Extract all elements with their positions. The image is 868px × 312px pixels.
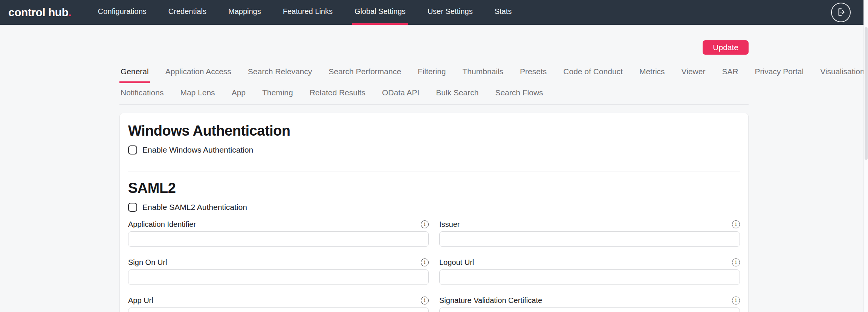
tab-bulk-search[interactable]: Bulk Search xyxy=(435,83,480,104)
issuer-input[interactable] xyxy=(439,231,740,247)
info-icon[interactable]: i xyxy=(732,220,740,228)
application-identifier-input[interactable] xyxy=(128,231,429,247)
windows-auth-checkbox[interactable] xyxy=(128,145,137,154)
application-identifier-field: Application Identifier i xyxy=(128,220,429,247)
tab-map-lens[interactable]: Map Lens xyxy=(179,83,216,104)
tab-related-results[interactable]: Related Results xyxy=(309,83,367,104)
info-icon[interactable]: i xyxy=(421,220,429,228)
issuer-label: Issuer xyxy=(439,220,460,229)
authentication-settings-card: Windows Authentication Enable Windows Au… xyxy=(119,113,749,312)
saml2-checkbox-row: Enable SAML2 Authentication xyxy=(128,203,740,212)
main-nav: Configurations Credentials Mappings Feat… xyxy=(96,0,514,25)
saml2-checkbox-label: Enable SAML2 Authentication xyxy=(142,203,247,212)
tab-viewer[interactable]: Viewer xyxy=(680,62,707,83)
signature-validation-certificate-label: Signature Validation Certificate xyxy=(439,296,542,305)
issuer-field: Issuer i xyxy=(439,220,740,247)
tab-sar[interactable]: SAR xyxy=(721,62,739,83)
info-icon[interactable]: i xyxy=(421,258,429,266)
logout-icon xyxy=(836,7,846,18)
windows-auth-title: Windows Authentication xyxy=(128,123,740,139)
nav-item-credentials[interactable]: Credentials xyxy=(166,0,209,25)
tab-general[interactable]: General xyxy=(119,62,150,83)
nav-item-configurations[interactable]: Configurations xyxy=(96,0,149,25)
info-icon[interactable]: i xyxy=(732,297,740,304)
top-navbar: control hub. Configurations Credentials … xyxy=(0,0,868,25)
tab-filtering[interactable]: Filtering xyxy=(417,62,447,83)
windows-auth-checkbox-row: Enable Windows Authentication xyxy=(128,145,740,154)
tab-thumbnails[interactable]: Thumbnails xyxy=(462,62,505,83)
app-url-label: App Url xyxy=(128,296,153,305)
tab-search-relevancy[interactable]: Search Relevancy xyxy=(247,62,313,83)
app-url-field: App Url i xyxy=(128,296,429,312)
nav-item-user-settings[interactable]: User Settings xyxy=(425,0,475,25)
saml2-title: SAML2 xyxy=(128,180,740,196)
logo-dot: . xyxy=(68,6,71,19)
tab-metrics[interactable]: Metrics xyxy=(638,62,666,83)
settings-tabs: General Application Access Search Releva… xyxy=(119,62,749,105)
logout-button[interactable] xyxy=(831,3,851,22)
signature-validation-certificate-input[interactable] xyxy=(439,307,740,312)
tab-app[interactable]: App xyxy=(231,83,247,104)
sign-on-url-label: Sign On Url xyxy=(128,258,167,267)
section-divider xyxy=(128,171,740,171)
tab-application-access[interactable]: Application Access xyxy=(164,62,232,83)
scrollbar-track[interactable] xyxy=(863,0,868,312)
signature-validation-certificate-field: Signature Validation Certificate i xyxy=(439,296,740,312)
update-button[interactable]: Update xyxy=(703,40,749,55)
logout-url-input[interactable] xyxy=(439,269,740,285)
sign-on-url-input[interactable] xyxy=(128,269,429,285)
tab-presets[interactable]: Presets xyxy=(519,62,548,83)
app-url-input[interactable] xyxy=(128,307,429,312)
nav-item-global-settings[interactable]: Global Settings xyxy=(352,0,408,25)
tab-theming[interactable]: Theming xyxy=(261,83,294,104)
nav-item-featured-links[interactable]: Featured Links xyxy=(281,0,335,25)
tab-search-flows[interactable]: Search Flows xyxy=(494,83,544,104)
app-logo[interactable]: control hub. xyxy=(8,0,72,25)
tab-notifications[interactable]: Notifications xyxy=(119,83,165,104)
tab-row-1: General Application Access Search Releva… xyxy=(119,62,749,83)
sign-on-url-field: Sign On Url i xyxy=(128,258,429,285)
application-identifier-label: Application Identifier xyxy=(128,220,196,229)
tab-privacy-portal[interactable]: Privacy Portal xyxy=(754,62,805,83)
windows-auth-checkbox-label: Enable Windows Authentication xyxy=(142,145,253,154)
saml2-field-grid: Application Identifier i Issuer i Sign O… xyxy=(128,220,740,312)
tab-search-performance[interactable]: Search Performance xyxy=(327,62,402,83)
info-icon[interactable]: i xyxy=(732,258,740,266)
saml2-checkbox[interactable] xyxy=(128,203,137,212)
info-icon[interactable]: i xyxy=(421,297,429,304)
nav-item-stats[interactable]: Stats xyxy=(492,0,514,25)
scrollbar-thumb[interactable] xyxy=(865,27,868,160)
tab-visualisations[interactable]: Visualisations xyxy=(819,62,868,83)
tab-code-of-conduct[interactable]: Code of Conduct xyxy=(562,62,624,83)
tab-odata-api[interactable]: OData API xyxy=(381,83,420,104)
actions-row: Update xyxy=(119,40,749,55)
nav-item-mappings[interactable]: Mappings xyxy=(226,0,263,25)
logo-text: control hub xyxy=(8,6,68,19)
logout-url-field: Logout Url i xyxy=(439,258,740,285)
tab-row-2: Notifications Map Lens App Theming Relat… xyxy=(119,83,749,104)
logout-url-label: Logout Url xyxy=(439,258,474,267)
